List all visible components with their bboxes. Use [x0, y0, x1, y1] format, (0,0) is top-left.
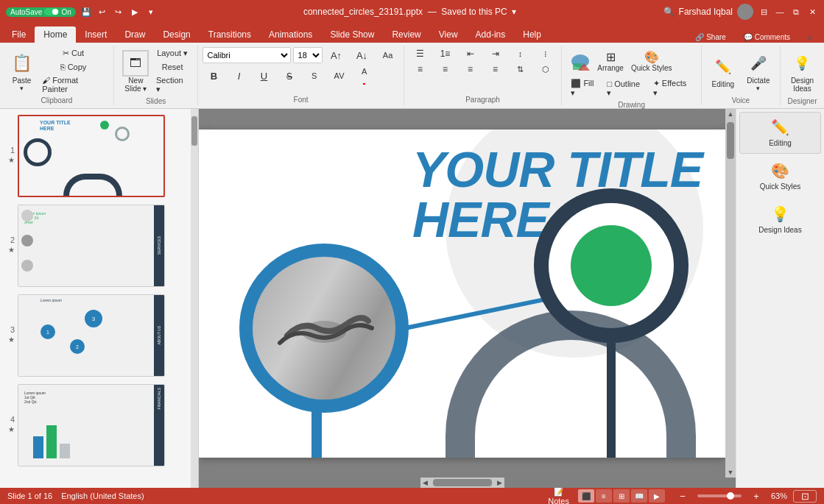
editing-panel-button[interactable]: ✏️ Editing [739, 112, 821, 154]
tab-insert[interactable]: Insert [76, 26, 116, 43]
align-left-button[interactable]: ≡ [409, 63, 432, 76]
zoom-thumb[interactable] [727, 492, 734, 500]
numbering-button[interactable]: 1≡ [434, 47, 457, 60]
tab-help[interactable]: Help [514, 26, 550, 43]
zoom-in-button[interactable]: + [744, 491, 768, 502]
tab-design[interactable]: Design [154, 26, 199, 43]
italic-button[interactable]: I [228, 70, 251, 82]
minimize-button[interactable]: — [774, 6, 786, 18]
reading-view-button[interactable]: 📖 [631, 489, 647, 503]
design-ideas-panel-button[interactable]: 💡 Design Ideas [739, 199, 821, 241]
slide-thumb-4[interactable]: 4 ★ FINANCIALS Lorem ipsu [3, 383, 190, 468]
new-slide-button[interactable]: 🗔 New Slide ▾ [120, 47, 152, 96]
search-icon[interactable]: 🔍 [663, 7, 675, 17]
ribbon-display-button[interactable]: ⊟ [758, 6, 770, 18]
close-button[interactable]: ✕ [806, 6, 818, 18]
ribbon-collapse-button[interactable]: ∧ [797, 32, 821, 43]
shape-fill-button[interactable]: ⬛ Fill ▾ [568, 77, 602, 99]
canvas-scrollbar-v[interactable]: ▲ ▼ [725, 109, 736, 478]
present-button[interactable]: ▶ [129, 6, 141, 18]
char-spacing-button[interactable]: AV [328, 70, 351, 82]
tab-home[interactable]: Home [35, 26, 76, 43]
shape-effects-button[interactable]: ✦ Effects ▾ [650, 77, 695, 99]
scroll-thumb-v[interactable] [727, 122, 734, 159]
underline-button[interactable]: U [253, 70, 276, 82]
columns-button[interactable]: ⫶ [534, 47, 557, 60]
font-color-button[interactable]: A [353, 65, 376, 86]
decrease-indent-button[interactable]: ⇤ [459, 47, 482, 60]
dictate-button[interactable]: 🎤 Dictate ▾ [742, 47, 775, 95]
tab-animations[interactable]: Animations [260, 26, 321, 43]
bold-button[interactable]: B [203, 70, 226, 82]
slide-thumb-1[interactable]: 1 ★ YOUR TITLEHERE [3, 113, 190, 199]
slide-canvas[interactable]: YOUR TITLE HERE [199, 129, 725, 458]
fit-slide-button[interactable]: ⊡ [793, 490, 817, 503]
arrange-button[interactable]: ⊞ Arrange [594, 47, 627, 75]
slide-thumb-2[interactable]: 2 ★ SERVICES Lorem IpsumDolor SitAmet [3, 203, 190, 288]
autosave-toggle[interactable] [44, 8, 59, 15]
section-button[interactable]: Section ▾ [153, 74, 191, 96]
save-button[interactable]: 💾 [80, 6, 92, 18]
slide-panel-scroll-thumb[interactable] [191, 116, 197, 146]
font-size-select[interactable]: 18 [293, 47, 323, 63]
editing-button[interactable]: ✏️ Editing [707, 51, 739, 91]
quick-styles-button[interactable]: 🎨 Quick Styles [628, 47, 675, 75]
layout-button[interactable]: Layout ▾ [153, 47, 191, 60]
comments-button[interactable]: 💬 Comments [736, 32, 797, 43]
bullets-button[interactable]: ☰ [409, 47, 432, 60]
shapes-button[interactable] [568, 49, 593, 74]
convert-to-smartart-button[interactable]: ⬡ [534, 63, 557, 76]
tab-review[interactable]: Review [383, 26, 429, 43]
share-button[interactable]: 🔗 Share [688, 32, 733, 43]
undo-button[interactable]: ↩ [96, 6, 108, 18]
cut-button[interactable]: ✂ Cut [39, 47, 108, 60]
customize-button[interactable]: ▾ [145, 6, 157, 18]
format-painter-button[interactable]: 🖌 Format Painter [39, 74, 108, 95]
shadow-button[interactable]: S [303, 71, 326, 81]
outline-view-button[interactable]: ≡ [596, 489, 612, 503]
redo-button[interactable]: ↪ [113, 6, 124, 18]
zoom-slider[interactable] [697, 494, 742, 497]
slide-sorter-button[interactable]: ⊞ [613, 489, 630, 503]
autosave-badge[interactable]: AutoSave On [6, 7, 76, 17]
text-direction-button[interactable]: ⇅ [509, 63, 532, 76]
line-spacing-button[interactable]: ↕ [509, 47, 532, 60]
scroll-down-arrow[interactable]: ▼ [726, 467, 736, 478]
notes-button[interactable]: 📝 Notes [545, 486, 572, 505]
tab-transitions[interactable]: Transitions [200, 26, 260, 43]
restore-button[interactable]: ⧉ [790, 6, 802, 18]
scroll-left-arrow[interactable]: ◀ [420, 479, 430, 486]
paste-button[interactable]: 📋 Paste ▾ [6, 47, 38, 95]
slide-thumbnail-3[interactable]: ABOUT US 3 2 1 Lorem ipsum [18, 294, 165, 377]
tab-slideshow[interactable]: Slide Show [321, 26, 383, 43]
clear-format-button[interactable]: Aa [376, 49, 400, 61]
canvas-scrollbar-h[interactable]: ◀ ▶ [420, 478, 504, 488]
scroll-thumb-h[interactable] [433, 479, 492, 486]
slide-thumbnail-2[interactable]: SERVICES Lorem IpsumDolor SitAmet [18, 205, 165, 287]
scroll-right-arrow[interactable]: ▶ [495, 479, 504, 486]
increase-font-button[interactable]: A↑ [325, 49, 348, 62]
strikethrough-button[interactable]: S̶ [278, 70, 301, 82]
increase-indent-button[interactable]: ⇥ [484, 47, 507, 60]
tab-view[interactable]: View [430, 26, 467, 43]
scroll-up-arrow[interactable]: ▲ [726, 109, 736, 119]
normal-view-button[interactable]: ⬛ [578, 489, 594, 503]
tab-draw[interactable]: Draw [116, 26, 154, 43]
decrease-font-button[interactable]: A↓ [351, 49, 374, 62]
presenter-view-button[interactable]: ▶ [649, 489, 665, 503]
zoom-out-button[interactable]: − [671, 491, 694, 502]
align-center-button[interactable]: ≡ [434, 63, 457, 76]
align-right-button[interactable]: ≡ [459, 63, 482, 76]
reset-button[interactable]: Reset [153, 61, 191, 73]
slide-thumb-3[interactable]: 3 ★ ABOUT US 3 2 1 Lorem ipsum [3, 293, 190, 378]
justify-button[interactable]: ≡ [484, 63, 507, 76]
quick-styles-panel-button[interactable]: 🎨 Quick Styles [739, 155, 821, 197]
shape-outline-button[interactable]: □ Outline ▾ [604, 77, 648, 99]
font-name-select[interactable]: Calibri [203, 47, 291, 63]
copy-button[interactable]: ⎘ Copy [39, 61, 108, 73]
slide-thumbnail-1[interactable]: YOUR TITLEHERE [18, 115, 165, 197]
slide-panel-scrollbar[interactable] [191, 109, 198, 488]
tab-file[interactable]: File [3, 26, 35, 43]
design-ideas-button[interactable]: 💡 Design Ideas [786, 47, 818, 96]
tab-addins[interactable]: Add-ins [467, 26, 515, 43]
